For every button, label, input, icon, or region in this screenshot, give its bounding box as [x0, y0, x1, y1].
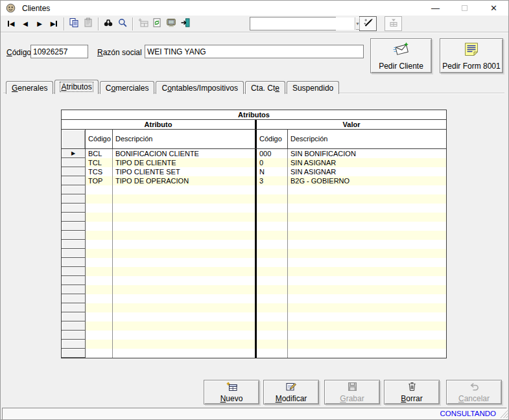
tab-cta-cte[interactable]: Cta. Cte: [245, 81, 285, 94]
exit-button[interactable]: [178, 17, 193, 31]
record-selector-cell[interactable]: [62, 276, 86, 285]
minimize-button[interactable]: —: [421, 1, 450, 16]
codigo-input[interactable]: [30, 45, 88, 58]
record-selector-cell[interactable]: [62, 258, 86, 267]
record-selector-cell[interactable]: [62, 158, 86, 167]
cell-val-desc: [288, 294, 446, 303]
grid-row-empty[interactable]: [62, 249, 446, 258]
table-row[interactable]: TCL TIPO DE CLIENTE 0 SIN ASIGNAR: [62, 158, 446, 167]
grid-row-empty[interactable]: [62, 240, 446, 249]
refresh-button[interactable]: [150, 17, 164, 31]
cell-attr-desc: [113, 285, 255, 294]
table-row[interactable]: TCS TIPO CLIENTE SET N SIN ASIGNAR: [62, 167, 446, 176]
first-record-button[interactable]: ◀: [4, 17, 18, 31]
grid-row-empty[interactable]: [62, 258, 446, 267]
grid-row-empty[interactable]: [62, 312, 446, 321]
table-row[interactable]: TOP TIPO DE OPERACION 3 B2G - GOBIERNO: [62, 176, 446, 185]
nuevo-button[interactable]: Nuevo: [204, 380, 259, 404]
send-envelope-icon: [392, 41, 410, 60]
maximize-button[interactable]: [450, 1, 479, 16]
prev-record-button[interactable]: ◀: [18, 17, 32, 31]
record-selector-cell[interactable]: [62, 222, 86, 231]
record-selector-cell[interactable]: [62, 240, 86, 249]
zoom-button[interactable]: [115, 17, 130, 31]
record-selector-cell[interactable]: [62, 204, 86, 213]
new-record-icon: [226, 382, 237, 393]
pedir-form-8001-button[interactable]: Pedir Form 8001: [440, 38, 503, 73]
grid-row-empty[interactable]: [62, 303, 446, 312]
resize-grip[interactable]: [500, 410, 508, 420]
cell-attr-code: [86, 294, 113, 303]
borrar-button[interactable]: Borrar: [384, 380, 440, 404]
record-selector-cell[interactable]: [62, 176, 86, 185]
razon-social-input[interactable]: [145, 45, 364, 58]
grid-row-empty[interactable]: [62, 285, 446, 294]
col-header-val-codigo: Código: [257, 130, 288, 148]
last-record-button[interactable]: ▶: [47, 17, 61, 31]
record-selector-cell[interactable]: [62, 267, 86, 276]
toolbar-separator: [64, 18, 64, 30]
monitor-button[interactable]: [164, 17, 178, 31]
grid-row-empty[interactable]: [62, 204, 446, 213]
modificar-button[interactable]: Modificar: [263, 380, 319, 404]
find-button[interactable]: [101, 17, 115, 31]
record-selector-cell[interactable]: [62, 285, 86, 294]
grid-row-empty[interactable]: [62, 213, 446, 222]
wand-button[interactable]: [359, 16, 377, 31]
record-selector-cell[interactable]: [62, 294, 86, 303]
cell-attr-code: [86, 349, 113, 358]
cell-val-desc: B2G - GOBIERNO: [288, 176, 446, 185]
copy-button[interactable]: [67, 17, 81, 31]
next-record-button[interactable]: ▶: [32, 17, 47, 31]
record-selector-cell[interactable]: [62, 185, 86, 194]
cell-val-desc: SIN ASIGNAR: [288, 167, 446, 176]
grid-row-empty[interactable]: [62, 185, 446, 194]
toolbar-search-input[interactable]: [250, 18, 355, 30]
grid-row-empty[interactable]: [62, 349, 446, 358]
grabar-button[interactable]: Grabar: [324, 380, 380, 404]
record-selector-cell[interactable]: [62, 321, 86, 331]
grid-row-empty[interactable]: [62, 276, 446, 285]
record-selector-cell[interactable]: [62, 231, 86, 240]
pedir-cliente-button[interactable]: Pedir Cliente: [370, 38, 432, 73]
combo-dropdown-button[interactable]: ▼: [355, 18, 360, 30]
record-selector-cell[interactable]: [62, 312, 86, 321]
tab-atributos[interactable]: Atributos: [54, 80, 98, 94]
pedir-cliente-label: Pedir Cliente: [379, 62, 423, 71]
close-button[interactable]: ✕: [479, 1, 508, 16]
tab-generales[interactable]: Generales: [6, 81, 53, 94]
cell-attr-desc: [113, 258, 255, 267]
grid-row-empty[interactable]: [62, 231, 446, 240]
paste-button[interactable]: [81, 17, 95, 31]
table-row[interactable]: ▶ BCL BONIFICACION CLIENTE 000 SIN BONIF…: [62, 149, 446, 158]
cell-attr-code: [86, 285, 113, 294]
record-selector-cell[interactable]: [62, 340, 86, 349]
record-selector-cell[interactable]: [62, 331, 86, 340]
grid-row-empty[interactable]: [62, 331, 446, 340]
tab-contables-impositivos[interactable]: Contables/Impositivos: [156, 81, 243, 94]
grid-row-empty[interactable]: [62, 222, 446, 231]
tab-comerciales[interactable]: Comerciales: [100, 81, 155, 94]
cell-attr-desc: TIPO DE OPERACION: [113, 176, 255, 185]
record-selector-cell[interactable]: ▶: [62, 149, 86, 158]
tab-suspendido[interactable]: Suspendido: [287, 81, 339, 94]
add-record-button[interactable]: [136, 17, 150, 31]
grid-row-empty[interactable]: [62, 267, 446, 276]
grid-row-empty[interactable]: [62, 294, 446, 303]
cell-attr-code: BCL: [86, 149, 113, 158]
cell-attr-code: [86, 249, 113, 258]
grid-row-empty[interactable]: [62, 321, 446, 331]
record-selector-cell[interactable]: [62, 349, 86, 358]
record-selector-cell[interactable]: [62, 249, 86, 258]
record-selector-cell[interactable]: [62, 194, 86, 204]
record-selector-cell[interactable]: [62, 213, 86, 222]
grid-dropdown-button[interactable]: [385, 16, 402, 31]
nuevo-label: Nuevo: [220, 394, 243, 403]
cell-val-code: [257, 285, 288, 294]
grid-row-empty[interactable]: [62, 194, 446, 204]
grid-row-empty[interactable]: [62, 340, 446, 349]
record-selector-cell[interactable]: [62, 167, 86, 176]
cell-val-code: [257, 303, 288, 312]
record-selector-cell[interactable]: [62, 303, 86, 312]
cancelar-button[interactable]: Cancelar: [446, 380, 502, 404]
